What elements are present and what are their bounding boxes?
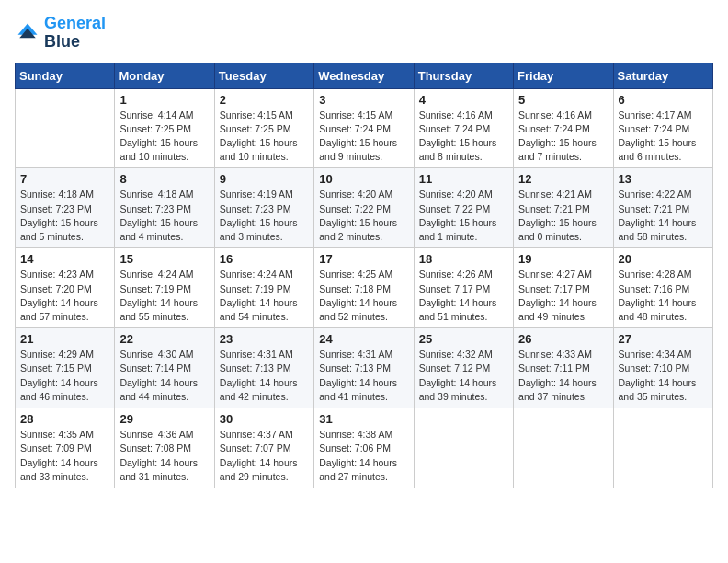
day-info: Sunrise: 4:16 AMSunset: 7:24 PMDaylight:…: [419, 109, 508, 165]
calendar-cell: 25Sunrise: 4:32 AMSunset: 7:12 PMDayligh…: [414, 328, 513, 408]
day-number: 13: [619, 172, 708, 186]
day-info: Sunrise: 4:18 AMSunset: 7:23 PMDaylight:…: [119, 188, 209, 244]
day-number: 29: [119, 412, 209, 426]
day-info: Sunrise: 4:20 AMSunset: 7:22 PMDaylight:…: [319, 188, 408, 244]
calendar-cell: 23Sunrise: 4:31 AMSunset: 7:13 PMDayligh…: [214, 328, 313, 408]
header-tuesday: Tuesday: [214, 63, 313, 88]
calendar-cell: 24Sunrise: 4:31 AMSunset: 7:13 PMDayligh…: [314, 328, 414, 408]
calendar-cell: [514, 408, 613, 488]
calendar-cell: 27Sunrise: 4:34 AMSunset: 7:10 PMDayligh…: [613, 328, 712, 408]
day-info: Sunrise: 4:24 AMSunset: 7:19 PMDaylight:…: [220, 268, 309, 324]
calendar-cell: 16Sunrise: 4:24 AMSunset: 7:19 PMDayligh…: [214, 248, 313, 328]
day-info: Sunrise: 4:19 AMSunset: 7:23 PMDaylight:…: [220, 188, 309, 244]
calendar-cell: 15Sunrise: 4:24 AMSunset: 7:19 PMDayligh…: [115, 248, 214, 328]
day-number: 30: [220, 412, 309, 426]
day-number: 3: [319, 93, 408, 107]
calendar-cell: 9Sunrise: 4:19 AMSunset: 7:23 PMDaylight…: [214, 168, 313, 248]
logo: General Blue: [15, 15, 106, 52]
day-number: 22: [119, 332, 209, 346]
day-info: Sunrise: 4:14 AMSunset: 7:25 PMDaylight:…: [119, 109, 209, 165]
day-info: Sunrise: 4:36 AMSunset: 7:08 PMDaylight:…: [119, 428, 209, 484]
calendar-week-5: 28Sunrise: 4:35 AMSunset: 7:09 PMDayligh…: [16, 408, 713, 488]
logo-text-line1: General: [44, 15, 106, 33]
day-info: Sunrise: 4:15 AMSunset: 7:25 PMDaylight:…: [220, 109, 309, 165]
calendar-cell: 18Sunrise: 4:26 AMSunset: 7:17 PMDayligh…: [414, 248, 513, 328]
calendar-week-1: 1Sunrise: 4:14 AMSunset: 7:25 PMDaylight…: [16, 88, 713, 168]
header-friday: Friday: [514, 63, 613, 88]
day-info: Sunrise: 4:32 AMSunset: 7:12 PMDaylight:…: [419, 348, 508, 404]
day-number: 24: [319, 332, 408, 346]
day-info: Sunrise: 4:25 AMSunset: 7:18 PMDaylight:…: [319, 268, 408, 324]
day-info: Sunrise: 4:31 AMSunset: 7:13 PMDaylight:…: [319, 348, 408, 404]
day-number: 31: [319, 412, 408, 426]
day-number: 8: [119, 172, 209, 186]
calendar-cell: 10Sunrise: 4:20 AMSunset: 7:22 PMDayligh…: [314, 168, 414, 248]
day-number: 2: [220, 93, 309, 107]
calendar-cell: 30Sunrise: 4:37 AMSunset: 7:07 PMDayligh…: [214, 408, 313, 488]
header-sunday: Sunday: [16, 63, 115, 88]
day-number: 14: [20, 252, 109, 266]
day-info: Sunrise: 4:38 AMSunset: 7:06 PMDaylight:…: [319, 428, 408, 484]
day-number: 21: [20, 332, 109, 346]
calendar-cell: 13Sunrise: 4:22 AMSunset: 7:21 PMDayligh…: [613, 168, 712, 248]
day-number: 19: [518, 252, 608, 266]
calendar-header-row: SundayMondayTuesdayWednesdayThursdayFrid…: [16, 63, 713, 88]
calendar-cell: 31Sunrise: 4:38 AMSunset: 7:06 PMDayligh…: [314, 408, 414, 488]
calendar-cell: 17Sunrise: 4:25 AMSunset: 7:18 PMDayligh…: [314, 248, 414, 328]
calendar-cell: 21Sunrise: 4:29 AMSunset: 7:15 PMDayligh…: [16, 328, 115, 408]
calendar-cell: 26Sunrise: 4:33 AMSunset: 7:11 PMDayligh…: [514, 328, 613, 408]
calendar-cell: 14Sunrise: 4:23 AMSunset: 7:20 PMDayligh…: [16, 248, 115, 328]
day-number: 28: [20, 412, 109, 426]
page-header: General Blue: [15, 15, 713, 52]
day-number: 27: [619, 332, 708, 346]
day-info: Sunrise: 4:16 AMSunset: 7:24 PMDaylight:…: [518, 109, 608, 165]
day-number: 20: [619, 252, 708, 266]
day-info: Sunrise: 4:29 AMSunset: 7:15 PMDaylight:…: [20, 348, 109, 404]
calendar-cell: 7Sunrise: 4:18 AMSunset: 7:23 PMDaylight…: [16, 168, 115, 248]
day-info: Sunrise: 4:24 AMSunset: 7:19 PMDaylight:…: [119, 268, 209, 324]
day-number: 16: [220, 252, 309, 266]
day-info: Sunrise: 4:27 AMSunset: 7:17 PMDaylight:…: [518, 268, 608, 324]
day-number: 26: [518, 332, 608, 346]
day-number: 1: [119, 93, 209, 107]
day-info: Sunrise: 4:18 AMSunset: 7:23 PMDaylight:…: [20, 188, 109, 244]
day-info: Sunrise: 4:17 AMSunset: 7:24 PMDaylight:…: [619, 109, 708, 165]
calendar-cell: 4Sunrise: 4:16 AMSunset: 7:24 PMDaylight…: [414, 88, 513, 168]
day-info: Sunrise: 4:34 AMSunset: 7:10 PMDaylight:…: [619, 348, 708, 404]
calendar-cell: 20Sunrise: 4:28 AMSunset: 7:16 PMDayligh…: [613, 248, 712, 328]
header-wednesday: Wednesday: [314, 63, 414, 88]
day-info: Sunrise: 4:23 AMSunset: 7:20 PMDaylight:…: [20, 268, 109, 324]
day-number: 17: [319, 252, 408, 266]
day-info: Sunrise: 4:28 AMSunset: 7:16 PMDaylight:…: [619, 268, 708, 324]
day-info: Sunrise: 4:37 AMSunset: 7:07 PMDaylight:…: [220, 428, 309, 484]
day-info: Sunrise: 4:35 AMSunset: 7:09 PMDaylight:…: [20, 428, 109, 484]
calendar-cell: 8Sunrise: 4:18 AMSunset: 7:23 PMDaylight…: [115, 168, 214, 248]
header-saturday: Saturday: [613, 63, 712, 88]
calendar-cell: 28Sunrise: 4:35 AMSunset: 7:09 PMDayligh…: [16, 408, 115, 488]
calendar-cell: [16, 88, 115, 168]
calendar-cell: 29Sunrise: 4:36 AMSunset: 7:08 PMDayligh…: [115, 408, 214, 488]
day-number: 25: [419, 332, 508, 346]
header-thursday: Thursday: [414, 63, 513, 88]
day-info: Sunrise: 4:33 AMSunset: 7:11 PMDaylight:…: [518, 348, 608, 404]
day-number: 4: [419, 93, 508, 107]
logo-text-line2: Blue: [44, 33, 106, 52]
day-number: 7: [20, 172, 109, 186]
calendar-cell: 19Sunrise: 4:27 AMSunset: 7:17 PMDayligh…: [514, 248, 613, 328]
calendar-cell: 1Sunrise: 4:14 AMSunset: 7:25 PMDaylight…: [115, 88, 214, 168]
calendar-cell: 6Sunrise: 4:17 AMSunset: 7:24 PMDaylight…: [613, 88, 712, 168]
calendar-cell: [414, 408, 513, 488]
calendar-cell: 2Sunrise: 4:15 AMSunset: 7:25 PMDaylight…: [214, 88, 313, 168]
day-number: 5: [518, 93, 608, 107]
calendar-cell: [613, 408, 712, 488]
day-info: Sunrise: 4:20 AMSunset: 7:22 PMDaylight:…: [419, 188, 508, 244]
calendar-cell: 12Sunrise: 4:21 AMSunset: 7:21 PMDayligh…: [514, 168, 613, 248]
day-number: 18: [419, 252, 508, 266]
day-number: 12: [518, 172, 608, 186]
day-info: Sunrise: 4:21 AMSunset: 7:21 PMDaylight:…: [518, 188, 608, 244]
day-number: 10: [319, 172, 408, 186]
calendar-cell: 3Sunrise: 4:15 AMSunset: 7:24 PMDaylight…: [314, 88, 414, 168]
day-info: Sunrise: 4:22 AMSunset: 7:21 PMDaylight:…: [619, 188, 708, 244]
day-info: Sunrise: 4:30 AMSunset: 7:14 PMDaylight:…: [119, 348, 209, 404]
day-number: 23: [220, 332, 309, 346]
